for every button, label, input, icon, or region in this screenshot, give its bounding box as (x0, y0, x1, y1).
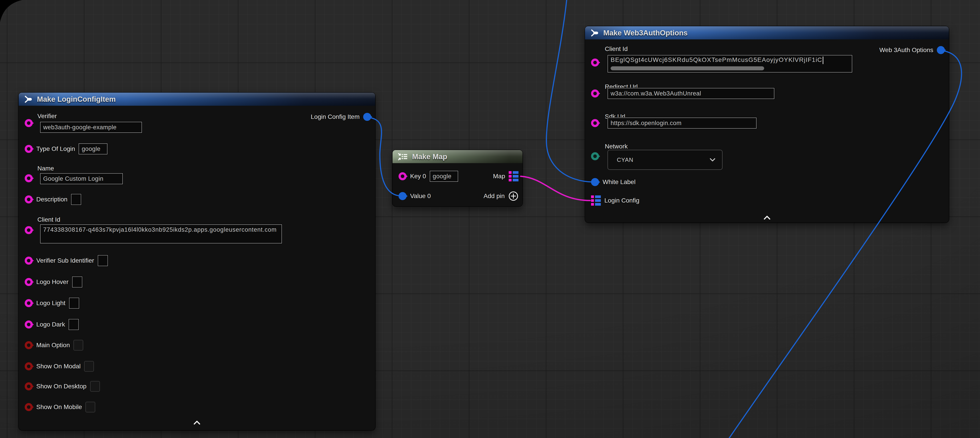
verifier-sub-identifier-row: Verifier Sub Identifier (25, 255, 108, 266)
map-output-row: Map (493, 171, 519, 182)
key-0-value-field[interactable] (430, 171, 458, 182)
output-pin-label: Login Config Item (311, 113, 360, 120)
node-title: Make Web3AuthOptions (603, 29, 687, 37)
login-config-label: Login Config (605, 197, 639, 204)
show-on-modal-label: Show On Modal (36, 363, 81, 370)
input-pin-logo-light[interactable] (25, 299, 33, 307)
input-pin-description[interactable] (25, 196, 33, 204)
logo-light-value-box[interactable] (69, 298, 79, 309)
input-pin-login-config[interactable] (591, 196, 601, 205)
input-pin-main-option[interactable] (25, 341, 33, 349)
node-header-make-map[interactable]: Make Map (393, 150, 522, 163)
input-pin-logo-hover[interactable] (25, 278, 33, 286)
input-pin-show-on-mobile[interactable] (25, 403, 33, 411)
output-row-web3auth-options: Web 3Auth Options (880, 46, 945, 54)
key-0-label: Key 0 (410, 173, 426, 180)
input-pin-client-id[interactable] (25, 226, 33, 234)
logo-hover-label: Logo Hover (36, 279, 68, 285)
collapse-pins-button[interactable] (760, 214, 774, 221)
blueprint-graph-canvas[interactable]: Make LoginConfigItem Login Config Item V… (0, 0, 980, 438)
output-pin-login-config-item[interactable] (363, 113, 371, 121)
output-pin-map[interactable] (509, 171, 519, 182)
add-pin-icon[interactable] (508, 191, 519, 201)
collapse-pins-button[interactable] (190, 419, 204, 426)
logo-dark-label: Logo Dark (36, 321, 65, 328)
map-output-label: Map (493, 173, 505, 180)
network-label: Network (605, 143, 628, 150)
input-pin-redirect-url[interactable] (591, 89, 599, 97)
description-label: Description (36, 196, 67, 203)
login-config-row: Login Config (591, 196, 639, 205)
white-label-row: White Label (591, 178, 636, 186)
input-pin-sdk-url[interactable] (591, 119, 599, 127)
show-on-mobile-label: Show On Mobile (36, 403, 82, 411)
input-pin-network[interactable] (591, 152, 599, 160)
value-0-row: Value 0 (399, 192, 431, 200)
input-pin-white-label[interactable] (591, 178, 599, 186)
collapse-chevron-icon (193, 420, 201, 425)
main-option-row: Main Option (25, 340, 83, 350)
description-row: Description (25, 194, 81, 205)
main-option-label: Main Option (36, 342, 70, 349)
add-pin-label: Add pin (484, 193, 505, 200)
node-make-loginconfigitem[interactable]: Make LoginConfigItem Login Config Item V… (19, 92, 375, 430)
web3auth-options-output-label: Web 3Auth Options (880, 46, 933, 54)
sdk-url-value-field[interactable] (608, 118, 757, 129)
verifier-label: Verifier (37, 113, 57, 120)
input-pin-type-of-login[interactable] (25, 145, 33, 153)
input-pin-logo-dark[interactable] (25, 320, 33, 328)
input-pin-show-on-modal[interactable] (25, 362, 33, 370)
show-on-modal-checkbox[interactable] (84, 361, 94, 372)
make-struct-icon (590, 29, 599, 37)
logo-dark-value-box[interactable] (68, 319, 79, 330)
show-on-desktop-row: Show On Desktop (25, 381, 100, 392)
input-pin-key-0[interactable] (399, 172, 407, 180)
client-id-value-field[interactable]: 774338308167-q463s7kpvja16l4l0kko3nb925i… (40, 225, 282, 244)
show-on-mobile-checkbox[interactable] (86, 402, 95, 413)
input-pin-verifier-sub-identifier[interactable] (25, 256, 33, 264)
verifier-sub-identifier-label: Verifier Sub Identifier (36, 257, 94, 264)
input-pin-name[interactable] (25, 174, 33, 182)
input-pin-verifier[interactable] (25, 119, 33, 127)
logo-hover-value-box[interactable] (72, 276, 82, 288)
redirect-url-value-field[interactable] (608, 88, 775, 99)
input-pin-value-0[interactable] (399, 192, 407, 200)
output-pin-web3auth-options[interactable] (937, 46, 945, 54)
network-selected-value: CYAN (617, 156, 633, 163)
node-header-make-web3authoptions[interactable]: Make Web3AuthOptions (585, 26, 949, 40)
client-id-value-text: BEglQSgt4cUWcj6SKRdu5QkOXTsePmMcusG5EAoy… (611, 56, 822, 63)
node-header-make-loginconfigitem[interactable]: Make LoginConfigItem (19, 92, 375, 106)
logo-dark-row: Logo Dark (25, 319, 79, 330)
dropdown-chevron-icon (710, 158, 716, 162)
client-id-label: Client Id (605, 45, 628, 53)
collapse-chevron-icon (763, 215, 771, 220)
show-on-desktop-checkbox[interactable] (90, 381, 100, 392)
node-make-map[interactable]: Make Map Key 0 Map Value 0 Add pin (393, 150, 522, 206)
input-pin-client-id[interactable] (591, 59, 599, 67)
horizontal-scrollbar[interactable] (611, 66, 764, 70)
logo-light-label: Logo Light (36, 299, 65, 307)
node-make-web3authoptions[interactable]: Make Web3AuthOptions Web 3Auth Options C… (585, 26, 949, 223)
value-0-label: Value 0 (410, 193, 431, 200)
text-caret (822, 57, 823, 64)
client-id-value-field[interactable]: BEglQSgt4cUWcj6SKRdu5QkOXTsePmMcusG5EAoy… (608, 55, 852, 73)
make-map-icon (398, 152, 408, 161)
wire-map-to-login-config[interactable] (521, 176, 590, 201)
network-dropdown[interactable]: CYAN (608, 150, 722, 170)
white-label-label: White Label (603, 178, 636, 186)
show-on-modal-row: Show On Modal (25, 361, 94, 372)
name-value-field[interactable] (40, 173, 123, 184)
description-value-box[interactable] (71, 194, 81, 205)
type-of-login-value-field[interactable] (78, 143, 108, 154)
verifier-sub-identifier-value-box[interactable] (98, 255, 108, 266)
viewport-rounded-corner (0, 0, 49, 49)
node-title: Make LoginConfigItem (37, 95, 116, 104)
type-of-login-label: Type Of Login (36, 145, 75, 153)
client-id-label: Client Id (37, 216, 60, 223)
output-row-login-config-item: Login Config Item (311, 113, 371, 121)
logo-hover-row: Logo Hover (25, 276, 82, 288)
input-pin-show-on-desktop[interactable] (25, 382, 33, 390)
main-option-checkbox[interactable] (73, 340, 83, 350)
key-0-row: Key 0 (399, 171, 458, 182)
verifier-value-field[interactable] (40, 122, 142, 133)
